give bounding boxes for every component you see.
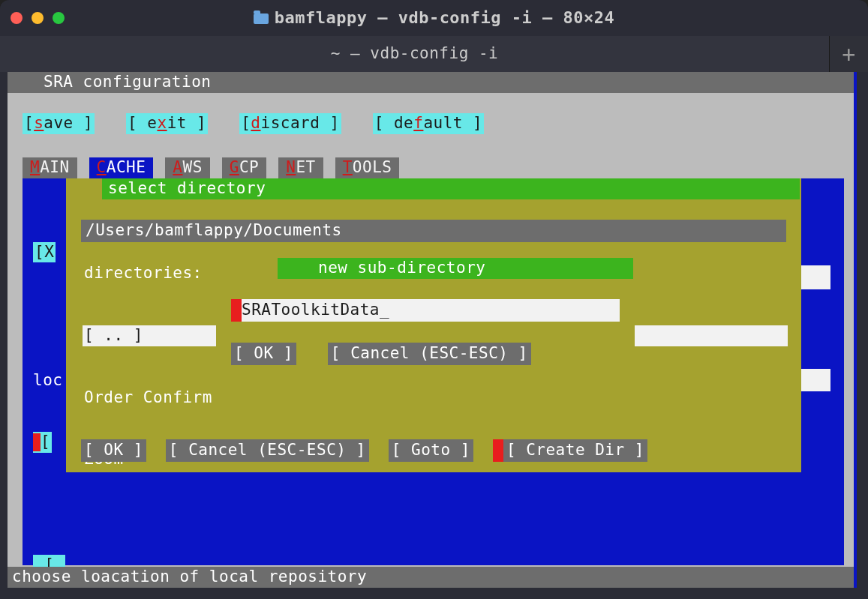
subdir-name-input[interactable]: SRAToolkitData_	[231, 299, 620, 322]
cursor-icon	[231, 299, 242, 322]
dialog-buttons: [ OK ] [ Cancel (ESC-ESC) ] [ Goto ] [ C…	[81, 439, 647, 462]
path-field[interactable]: /Users/bamflappy/Documents	[81, 220, 786, 242]
close-icon[interactable]	[11, 12, 23, 24]
subdialog-buttons: [ OK ] [ Cancel (ESC-ESC) ]	[231, 343, 531, 365]
subdir-name-value: SRAToolkitData_	[242, 300, 389, 320]
window-titlebar: bamflappy — vdb-config -i — 80×24	[0, 0, 868, 36]
discard-button[interactable]: [ discard ]	[239, 113, 341, 134]
tab-main[interactable]: MAIN	[23, 157, 77, 178]
new-subdirectory-dialog: new sub-directory SRAToolkitData_ [ OK ]…	[216, 258, 635, 391]
app-header: SRA configuration	[8, 72, 854, 93]
exit-button[interactable]: [ exit ]	[126, 113, 208, 134]
minimize-icon[interactable]	[32, 12, 44, 24]
directories-label: directories:	[84, 263, 203, 283]
folder-icon	[254, 13, 269, 24]
tab-tools[interactable]: TOOLS	[335, 157, 400, 178]
terminal-tab[interactable]: ~ — vdb-config -i	[0, 36, 829, 72]
dialog-title: select directory	[102, 178, 800, 199]
ok-button[interactable]: [ OK ]	[81, 439, 146, 462]
terminal-window: bamflappy — vdb-config -i — 80×24 ~ — vd…	[0, 0, 868, 599]
top-button-row: [ save ] [ exit ] [ discard ] [ default …	[23, 113, 484, 134]
tab-net[interactable]: NET	[278, 157, 323, 178]
zoom-icon[interactable]	[53, 12, 65, 24]
config-tabs: MAIN CACHE AWS GCP NET TOOLS	[23, 157, 399, 178]
ok-button[interactable]: [ OK ]	[231, 343, 296, 365]
bracket-button[interactable]: [	[33, 432, 52, 453]
cursor-icon	[493, 439, 503, 462]
default-button[interactable]: [ default ]	[373, 113, 485, 134]
cancel-button[interactable]: [ Cancel (ESC-ESC) ]	[328, 343, 531, 365]
goto-button[interactable]: [ Goto ]	[389, 439, 473, 462]
new-tab-button[interactable]: +	[829, 36, 868, 72]
cancel-button[interactable]: [ Cancel (ESC-ESC) ]	[166, 439, 369, 462]
scroll-mark	[799, 265, 830, 289]
create-dir-button[interactable]: [ Create Dir ]	[503, 439, 647, 462]
terminal-area: SRA configuration [ save ] [ exit ] [ di…	[8, 72, 857, 588]
tab-aws[interactable]: AWS	[165, 157, 209, 178]
checkbox[interactable]: [X	[33, 242, 56, 262]
subdialog-title: new sub-directory	[278, 258, 633, 279]
tab-gcp[interactable]: GCP	[222, 157, 266, 178]
scroll-mark	[799, 369, 830, 391]
traffic-lights	[11, 12, 65, 24]
window-title: bamflappy — vdb-config -i — 80×24	[0, 7, 868, 29]
status-bar: choose loacation of local repository	[8, 567, 854, 588]
tab-bar: ~ — vdb-config -i +	[0, 36, 868, 72]
select-directory-dialog: select directory /Users/bamflappy/Docume…	[66, 178, 801, 472]
save-button[interactable]: [ save ]	[23, 113, 95, 134]
create-dir-wrap: [ Create Dir ]	[493, 439, 647, 462]
tab-cache[interactable]: CACHE	[89, 157, 154, 178]
